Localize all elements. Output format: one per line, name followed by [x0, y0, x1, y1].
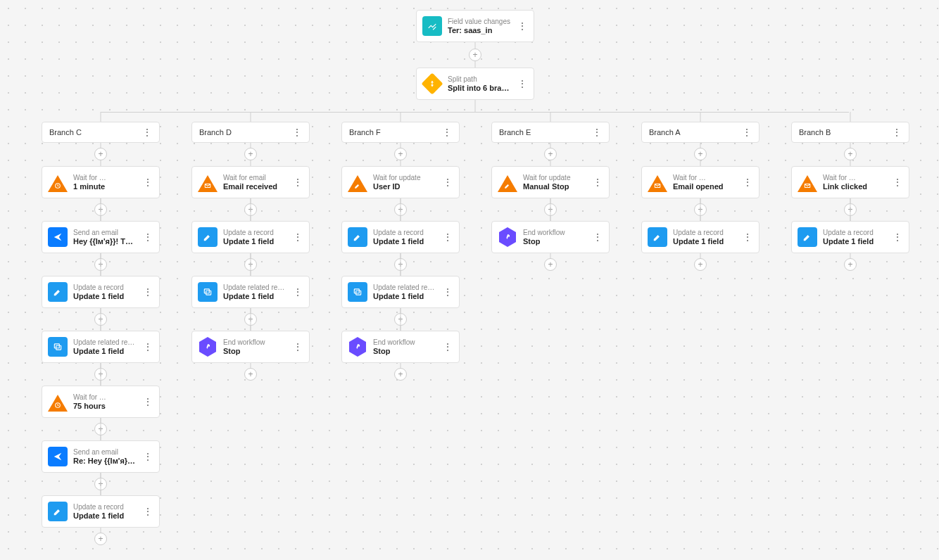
branch-label: Branch D — [199, 128, 232, 136]
menu-icon[interactable]: ⋮ — [142, 174, 153, 190]
add-step-button[interactable]: + — [394, 368, 407, 381]
workflow-step[interactable]: End workflowStop⋮ — [191, 331, 310, 363]
trigger-icon — [422, 16, 442, 36]
add-step-button[interactable]: + — [694, 148, 707, 160]
add-step-button[interactable]: + — [94, 533, 107, 545]
branch-header[interactable]: Branch F⋮ — [341, 122, 460, 143]
menu-icon[interactable]: ⋮ — [742, 127, 752, 138]
workflow-step[interactable]: Send an emailRe: Hey {{Ім'я}}! This …⋮ — [42, 440, 160, 473]
workflow-step[interactable]: Update related recordsUpdate 1 field⋮ — [341, 276, 460, 308]
workflow-step[interactable]: Update a recordUpdate 1 field⋮ — [191, 221, 310, 253]
workflow-step[interactable]: Wait for updateUser ID⋮ — [341, 166, 460, 198]
step-title: Wait for update — [523, 174, 586, 182]
workflow-step[interactable]: End workflowStop⋮ — [341, 331, 460, 363]
split-node[interactable]: Split path Split into 6 branches ⋮ — [416, 68, 534, 100]
step-subtitle: Update 1 field — [223, 292, 286, 300]
send-icon — [48, 447, 68, 466]
menu-icon[interactable]: ⋮ — [142, 229, 153, 245]
pencil-icon — [48, 282, 68, 302]
menu-icon[interactable]: ⋮ — [442, 127, 452, 138]
add-step-button[interactable]: + — [394, 148, 407, 160]
workflow-step[interactable]: End workflowStop⋮ — [491, 221, 610, 253]
branch-header[interactable]: Branch B⋮ — [791, 122, 909, 143]
add-step-button[interactable]: + — [244, 148, 257, 160]
split-title: Split path — [448, 75, 511, 83]
menu-icon[interactable]: ⋮ — [892, 229, 903, 245]
wait-icon — [648, 172, 667, 192]
add-step-button[interactable]: + — [544, 258, 557, 271]
workflow-step[interactable]: Wait for updateManual Stop⋮ — [491, 166, 610, 198]
workflow-step[interactable]: Send an emailHey {{Ім'я}}! This is t…⋮ — [42, 221, 160, 253]
menu-icon[interactable]: ⋮ — [517, 18, 528, 34]
workflow-step[interactable]: Wait for emailEmail received⋮ — [191, 166, 310, 198]
menu-icon[interactable]: ⋮ — [592, 174, 603, 190]
wait-icon — [348, 172, 367, 192]
wait-icon — [198, 172, 218, 192]
branch-label: Branch C — [49, 128, 82, 136]
step-subtitle: Manual Stop — [523, 182, 586, 191]
branch-header[interactable]: Branch E⋮ — [491, 122, 610, 143]
add-step-button[interactable]: + — [844, 148, 857, 160]
menu-icon[interactable]: ⋮ — [142, 504, 153, 519]
menu-icon[interactable]: ⋮ — [292, 339, 303, 355]
workflow-step[interactable]: Update related recordsUpdate 1 field⋮ — [42, 331, 160, 363]
workflow-step[interactable]: Update a recordUpdate 1 field⋮ — [641, 221, 760, 253]
workflow-step[interactable]: Wait for …75 hours⋮ — [42, 386, 160, 418]
menu-icon[interactable]: ⋮ — [742, 174, 753, 190]
step-subtitle: 1 minute — [73, 182, 137, 191]
step-subtitle: Update 1 field — [73, 347, 137, 355]
split-icon — [422, 74, 442, 94]
menu-icon[interactable]: ⋮ — [142, 394, 153, 409]
workflow-step[interactable]: Wait for …1 minute⋮ — [42, 166, 160, 198]
workflow-step[interactable]: Wait for …Email opened⋮ — [641, 166, 760, 198]
add-step-button[interactable]: + — [94, 148, 107, 160]
related-icon — [198, 282, 218, 302]
step-subtitle: Stop — [523, 237, 586, 246]
menu-icon[interactable]: ⋮ — [292, 127, 302, 138]
menu-icon[interactable]: ⋮ — [517, 76, 528, 91]
menu-icon[interactable]: ⋮ — [592, 229, 603, 245]
menu-icon[interactable]: ⋮ — [142, 339, 153, 355]
step-title: Wait for … — [823, 174, 886, 182]
menu-icon[interactable]: ⋮ — [742, 229, 753, 245]
step-subtitle: Stop — [373, 347, 436, 355]
workflow-step[interactable]: Wait for …Link clicked⋮ — [791, 166, 909, 198]
menu-icon[interactable]: ⋮ — [142, 449, 153, 464]
menu-icon[interactable]: ⋮ — [592, 127, 602, 138]
branch-header[interactable]: Branch C⋮ — [42, 122, 160, 143]
add-step-button[interactable]: + — [469, 49, 481, 61]
trigger-node[interactable]: Field value changes Ter: saas_in ⋮ — [416, 10, 534, 42]
menu-icon[interactable]: ⋮ — [292, 284, 303, 300]
menu-icon[interactable]: ⋮ — [292, 229, 303, 245]
step-subtitle: Update 1 field — [73, 292, 137, 300]
add-step-button[interactable]: + — [244, 368, 257, 381]
branch-header[interactable]: Branch D⋮ — [191, 122, 310, 143]
workflow-step[interactable]: Update a recordUpdate 1 field⋮ — [42, 495, 160, 528]
menu-icon[interactable]: ⋮ — [892, 174, 903, 190]
step-subtitle: User ID — [373, 182, 436, 191]
step-title: Update a record — [673, 229, 736, 236]
menu-icon[interactable]: ⋮ — [892, 127, 902, 138]
menu-icon[interactable]: ⋮ — [292, 174, 303, 190]
add-step-button[interactable]: + — [694, 258, 707, 271]
workflow-step[interactable]: Update a recordUpdate 1 field⋮ — [341, 221, 460, 253]
add-step-button[interactable]: + — [844, 258, 857, 271]
stop-icon — [498, 227, 517, 247]
step-title: End workflow — [523, 229, 586, 236]
menu-icon[interactable]: ⋮ — [442, 339, 453, 355]
add-step-button[interactable]: + — [544, 148, 557, 160]
workflow-step[interactable]: Update related recordsUpdate 1 field⋮ — [191, 276, 310, 308]
workflow-step[interactable]: Update a recordUpdate 1 field⋮ — [791, 221, 909, 253]
menu-icon[interactable]: ⋮ — [142, 127, 152, 138]
menu-icon[interactable]: ⋮ — [142, 284, 153, 300]
pencil-icon — [648, 227, 667, 247]
menu-icon[interactable]: ⋮ — [442, 229, 453, 245]
step-title: Wait for email — [223, 174, 286, 182]
menu-icon[interactable]: ⋮ — [442, 174, 453, 190]
menu-icon[interactable]: ⋮ — [442, 284, 453, 300]
workflow-step[interactable]: Update a recordUpdate 1 field⋮ — [42, 276, 160, 308]
related-icon — [48, 337, 68, 357]
branch-header[interactable]: Branch A⋮ — [641, 122, 760, 143]
pencil-icon — [798, 227, 817, 247]
step-title: Send an email — [73, 229, 137, 236]
